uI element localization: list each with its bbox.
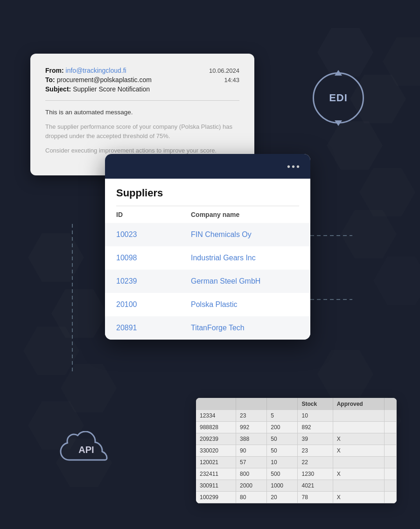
suppliers-column-headers: ID Company name bbox=[105, 206, 310, 223]
api-label: API bbox=[78, 445, 94, 455]
table-cell: 5 bbox=[267, 410, 298, 422]
suppliers-rows: 10023FIN Chemicals Oy10098Industrial Gea… bbox=[105, 223, 310, 340]
suppliers-card-header: ••• bbox=[105, 154, 310, 179]
edi-arrow-bottom bbox=[335, 120, 342, 126]
table-cell: 23 bbox=[236, 410, 267, 422]
table-cell: 800 bbox=[236, 468, 267, 480]
spreadsheet-card: Stock Approved 1233423510988828992200892… bbox=[196, 398, 397, 503]
table-cell: 23 bbox=[298, 445, 333, 457]
supplier-row-id: 10023 bbox=[116, 230, 191, 239]
table-cell: 90 bbox=[236, 445, 267, 457]
supplier-row-name: FIN Chemicals Oy bbox=[191, 230, 299, 239]
table-cell: 209239 bbox=[196, 433, 236, 445]
suppliers-title: Suppliers bbox=[116, 187, 299, 199]
table-cell: 1230 bbox=[298, 468, 333, 480]
table-row: 120021571022 bbox=[196, 457, 397, 468]
table-cell bbox=[385, 433, 397, 445]
suppliers-title-row: Suppliers bbox=[105, 179, 310, 206]
supplier-row-id: 10098 bbox=[116, 254, 191, 262]
email-from-label: From: info@trackingcloud.fi bbox=[45, 67, 126, 74]
table-cell: 892 bbox=[298, 422, 333, 433]
api-cloud: API bbox=[56, 431, 117, 468]
email-subject-label: Subject: Supplier Score Notification bbox=[45, 85, 150, 93]
spreadsheet-col-c2 bbox=[267, 398, 298, 410]
col-header-company: Company name bbox=[191, 211, 299, 218]
table-cell: X bbox=[333, 492, 385, 503]
supplier-row-name: TitanForge Tech bbox=[191, 324, 299, 332]
table-cell: 330020 bbox=[196, 445, 236, 457]
table-cell: 2000 bbox=[236, 480, 267, 492]
spreadsheet-col-stock: Stock bbox=[298, 398, 333, 410]
table-cell bbox=[385, 492, 397, 503]
table-cell bbox=[333, 422, 385, 433]
supplier-row[interactable]: 20100Polska Plastic bbox=[105, 293, 310, 316]
edi-arrow-top bbox=[335, 70, 342, 76]
spreadsheet-col-id bbox=[196, 398, 236, 410]
suppliers-card: ••• Suppliers ID Company name 10023FIN C… bbox=[105, 154, 310, 340]
table-cell: X bbox=[333, 468, 385, 480]
table-cell: 232411 bbox=[196, 468, 236, 480]
table-cell bbox=[333, 410, 385, 422]
table-cell: 50 bbox=[267, 445, 298, 457]
table-cell: 80 bbox=[236, 492, 267, 503]
table-row: 2324118005001230X bbox=[196, 468, 397, 480]
table-cell: 57 bbox=[236, 457, 267, 468]
edi-indicator: EDI bbox=[313, 72, 364, 124]
table-cell: 10 bbox=[298, 410, 333, 422]
table-cell: 120021 bbox=[196, 457, 236, 468]
table-cell: 10 bbox=[267, 457, 298, 468]
supplier-row-id: 20891 bbox=[116, 324, 191, 332]
spreadsheet-col-c1 bbox=[236, 398, 267, 410]
table-cell bbox=[385, 445, 397, 457]
col-header-id: ID bbox=[116, 211, 191, 218]
supplier-row-name: Polska Plastic bbox=[191, 300, 299, 309]
supplier-row[interactable]: 10098Industrial Gears Inc bbox=[105, 246, 310, 270]
table-cell: 1000 bbox=[267, 480, 298, 492]
supplier-row[interactable]: 10023FIN Chemicals Oy bbox=[105, 223, 310, 246]
menu-dots[interactable]: ••• bbox=[287, 161, 301, 172]
email-from-value: info@trackingcloud.fi bbox=[66, 67, 126, 74]
table-row: 100299802078X bbox=[196, 492, 397, 503]
spreadsheet-col-approved: Approved bbox=[333, 398, 385, 410]
supplier-row-id: 10239 bbox=[116, 277, 191, 285]
table-cell: 200 bbox=[267, 422, 298, 433]
email-time: 14:43 bbox=[224, 77, 239, 84]
table-cell bbox=[385, 468, 397, 480]
table-cell bbox=[385, 422, 397, 433]
table-row: 1233423510 bbox=[196, 410, 397, 422]
table-row: 300911200010004021 bbox=[196, 480, 397, 492]
spreadsheet-table: Stock Approved 1233423510988828992200892… bbox=[196, 398, 397, 503]
table-cell: 100299 bbox=[196, 492, 236, 503]
supplier-row-id: 20100 bbox=[116, 300, 191, 309]
table-cell: 992 bbox=[236, 422, 267, 433]
supplier-row-name: German Steel GmbH bbox=[191, 277, 299, 285]
supplier-row[interactable]: 10239German Steel GmbH bbox=[105, 270, 310, 293]
table-cell: 39 bbox=[298, 433, 333, 445]
email-body-line1: This is an automated message. bbox=[45, 107, 239, 118]
table-row: 988828992200892 bbox=[196, 422, 397, 433]
table-cell: 12334 bbox=[196, 410, 236, 422]
supplier-row-name: Industrial Gears Inc bbox=[191, 254, 299, 262]
email-subject-value: Supplier Score Notification bbox=[73, 85, 150, 93]
email-body-line2: The supplier performance score of your c… bbox=[45, 122, 239, 142]
table-cell: 500 bbox=[267, 468, 298, 480]
email-header: From: info@trackingcloud.fi 10.06.2024 T… bbox=[45, 67, 239, 93]
table-row: 2092393885039X bbox=[196, 433, 397, 445]
table-cell: 22 bbox=[298, 457, 333, 468]
email-to-label: To: procurement@polskaplastic.com bbox=[45, 76, 152, 84]
spreadsheet-col-extra bbox=[385, 398, 397, 410]
table-row: 330020905023X bbox=[196, 445, 397, 457]
table-cell bbox=[385, 480, 397, 492]
table-cell bbox=[333, 457, 385, 468]
table-cell: X bbox=[333, 445, 385, 457]
table-cell: 20 bbox=[267, 492, 298, 503]
email-divider bbox=[45, 100, 239, 101]
edi-label: EDI bbox=[329, 92, 348, 104]
supplier-row[interactable]: 20891TitanForge Tech bbox=[105, 316, 310, 340]
table-cell bbox=[333, 480, 385, 492]
table-cell: 388 bbox=[236, 433, 267, 445]
table-cell: 50 bbox=[267, 433, 298, 445]
table-cell: 78 bbox=[298, 492, 333, 503]
email-to-value: procurement@polskaplastic.com bbox=[57, 76, 152, 84]
table-cell bbox=[385, 457, 397, 468]
